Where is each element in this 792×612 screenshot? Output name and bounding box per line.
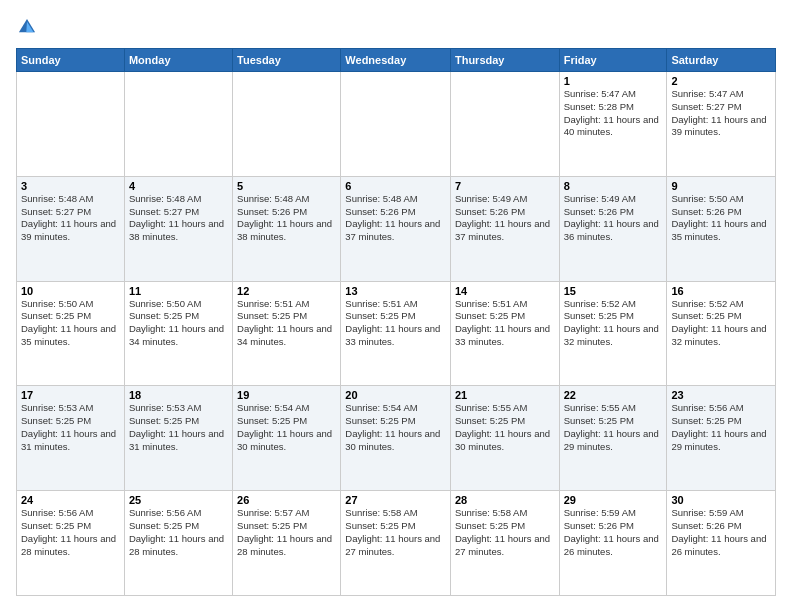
day-info: Sunrise: 5:47 AMSunset: 5:28 PMDaylight:… — [564, 88, 663, 139]
day-number: 30 — [671, 494, 771, 506]
day-info: Sunrise: 5:55 AMSunset: 5:25 PMDaylight:… — [564, 402, 663, 453]
day-number: 7 — [455, 180, 555, 192]
calendar-cell: 29Sunrise: 5:59 AMSunset: 5:26 PMDayligh… — [559, 491, 667, 596]
calendar-week-row: 17Sunrise: 5:53 AMSunset: 5:25 PMDayligh… — [17, 386, 776, 491]
calendar-cell: 15Sunrise: 5:52 AMSunset: 5:25 PMDayligh… — [559, 281, 667, 386]
day-info: Sunrise: 5:56 AMSunset: 5:25 PMDaylight:… — [129, 507, 228, 558]
calendar-cell — [341, 72, 451, 177]
calendar-cell: 5Sunrise: 5:48 AMSunset: 5:26 PMDaylight… — [233, 176, 341, 281]
calendar-cell: 27Sunrise: 5:58 AMSunset: 5:25 PMDayligh… — [341, 491, 451, 596]
day-info: Sunrise: 5:55 AMSunset: 5:25 PMDaylight:… — [455, 402, 555, 453]
day-number: 1 — [564, 75, 663, 87]
calendar-cell: 21Sunrise: 5:55 AMSunset: 5:25 PMDayligh… — [450, 386, 559, 491]
day-info: Sunrise: 5:53 AMSunset: 5:25 PMDaylight:… — [21, 402, 120, 453]
calendar-cell: 1Sunrise: 5:47 AMSunset: 5:28 PMDaylight… — [559, 72, 667, 177]
page: SundayMondayTuesdayWednesdayThursdayFrid… — [0, 0, 792, 612]
calendar-cell: 13Sunrise: 5:51 AMSunset: 5:25 PMDayligh… — [341, 281, 451, 386]
calendar-cell: 23Sunrise: 5:56 AMSunset: 5:25 PMDayligh… — [667, 386, 776, 491]
day-info: Sunrise: 5:53 AMSunset: 5:25 PMDaylight:… — [129, 402, 228, 453]
day-number: 16 — [671, 285, 771, 297]
calendar-cell: 20Sunrise: 5:54 AMSunset: 5:25 PMDayligh… — [341, 386, 451, 491]
day-number: 12 — [237, 285, 336, 297]
day-info: Sunrise: 5:56 AMSunset: 5:25 PMDaylight:… — [21, 507, 120, 558]
day-info: Sunrise: 5:48 AMSunset: 5:26 PMDaylight:… — [237, 193, 336, 244]
day-number: 2 — [671, 75, 771, 87]
calendar-header-tuesday: Tuesday — [233, 49, 341, 72]
calendar-header-sunday: Sunday — [17, 49, 125, 72]
calendar-week-row: 24Sunrise: 5:56 AMSunset: 5:25 PMDayligh… — [17, 491, 776, 596]
calendar-cell: 28Sunrise: 5:58 AMSunset: 5:25 PMDayligh… — [450, 491, 559, 596]
calendar-header-wednesday: Wednesday — [341, 49, 451, 72]
day-info: Sunrise: 5:48 AMSunset: 5:26 PMDaylight:… — [345, 193, 446, 244]
day-info: Sunrise: 5:48 AMSunset: 5:27 PMDaylight:… — [129, 193, 228, 244]
calendar-header-monday: Monday — [124, 49, 232, 72]
calendar-cell: 11Sunrise: 5:50 AMSunset: 5:25 PMDayligh… — [124, 281, 232, 386]
day-info: Sunrise: 5:48 AMSunset: 5:27 PMDaylight:… — [21, 193, 120, 244]
day-number: 9 — [671, 180, 771, 192]
calendar-header-row: SundayMondayTuesdayWednesdayThursdayFrid… — [17, 49, 776, 72]
calendar-cell — [233, 72, 341, 177]
calendar-header-friday: Friday — [559, 49, 667, 72]
day-number: 14 — [455, 285, 555, 297]
day-info: Sunrise: 5:52 AMSunset: 5:25 PMDaylight:… — [564, 298, 663, 349]
day-info: Sunrise: 5:59 AMSunset: 5:26 PMDaylight:… — [671, 507, 771, 558]
day-info: Sunrise: 5:54 AMSunset: 5:25 PMDaylight:… — [237, 402, 336, 453]
calendar-cell — [17, 72, 125, 177]
day-info: Sunrise: 5:59 AMSunset: 5:26 PMDaylight:… — [564, 507, 663, 558]
calendar-week-row: 1Sunrise: 5:47 AMSunset: 5:28 PMDaylight… — [17, 72, 776, 177]
day-number: 22 — [564, 389, 663, 401]
day-number: 24 — [21, 494, 120, 506]
svg-marker-1 — [26, 22, 33, 32]
day-info: Sunrise: 5:50 AMSunset: 5:25 PMDaylight:… — [21, 298, 120, 349]
day-info: Sunrise: 5:52 AMSunset: 5:25 PMDaylight:… — [671, 298, 771, 349]
calendar-cell: 14Sunrise: 5:51 AMSunset: 5:25 PMDayligh… — [450, 281, 559, 386]
day-info: Sunrise: 5:58 AMSunset: 5:25 PMDaylight:… — [455, 507, 555, 558]
day-number: 18 — [129, 389, 228, 401]
day-info: Sunrise: 5:51 AMSunset: 5:25 PMDaylight:… — [455, 298, 555, 349]
calendar-header-saturday: Saturday — [667, 49, 776, 72]
header — [16, 16, 776, 38]
day-number: 28 — [455, 494, 555, 506]
day-number: 4 — [129, 180, 228, 192]
day-info: Sunrise: 5:51 AMSunset: 5:25 PMDaylight:… — [237, 298, 336, 349]
day-number: 26 — [237, 494, 336, 506]
calendar-cell: 10Sunrise: 5:50 AMSunset: 5:25 PMDayligh… — [17, 281, 125, 386]
calendar-cell: 8Sunrise: 5:49 AMSunset: 5:26 PMDaylight… — [559, 176, 667, 281]
calendar-cell: 16Sunrise: 5:52 AMSunset: 5:25 PMDayligh… — [667, 281, 776, 386]
day-info: Sunrise: 5:50 AMSunset: 5:25 PMDaylight:… — [129, 298, 228, 349]
day-number: 5 — [237, 180, 336, 192]
day-info: Sunrise: 5:58 AMSunset: 5:25 PMDaylight:… — [345, 507, 446, 558]
day-info: Sunrise: 5:51 AMSunset: 5:25 PMDaylight:… — [345, 298, 446, 349]
day-number: 19 — [237, 389, 336, 401]
calendar-cell: 2Sunrise: 5:47 AMSunset: 5:27 PMDaylight… — [667, 72, 776, 177]
day-info: Sunrise: 5:50 AMSunset: 5:26 PMDaylight:… — [671, 193, 771, 244]
calendar-cell: 25Sunrise: 5:56 AMSunset: 5:25 PMDayligh… — [124, 491, 232, 596]
day-number: 11 — [129, 285, 228, 297]
calendar-cell: 26Sunrise: 5:57 AMSunset: 5:25 PMDayligh… — [233, 491, 341, 596]
calendar-cell: 30Sunrise: 5:59 AMSunset: 5:26 PMDayligh… — [667, 491, 776, 596]
day-number: 21 — [455, 389, 555, 401]
day-number: 29 — [564, 494, 663, 506]
day-number: 13 — [345, 285, 446, 297]
calendar-week-row: 3Sunrise: 5:48 AMSunset: 5:27 PMDaylight… — [17, 176, 776, 281]
logo-icon — [16, 16, 38, 38]
day-info: Sunrise: 5:56 AMSunset: 5:25 PMDaylight:… — [671, 402, 771, 453]
day-number: 20 — [345, 389, 446, 401]
day-number: 10 — [21, 285, 120, 297]
day-number: 8 — [564, 180, 663, 192]
day-number: 17 — [21, 389, 120, 401]
day-number: 27 — [345, 494, 446, 506]
calendar-header-thursday: Thursday — [450, 49, 559, 72]
day-info: Sunrise: 5:54 AMSunset: 5:25 PMDaylight:… — [345, 402, 446, 453]
calendar-cell: 9Sunrise: 5:50 AMSunset: 5:26 PMDaylight… — [667, 176, 776, 281]
calendar-cell: 4Sunrise: 5:48 AMSunset: 5:27 PMDaylight… — [124, 176, 232, 281]
calendar-cell: 18Sunrise: 5:53 AMSunset: 5:25 PMDayligh… — [124, 386, 232, 491]
logo — [16, 16, 40, 38]
calendar-cell — [124, 72, 232, 177]
day-info: Sunrise: 5:49 AMSunset: 5:26 PMDaylight:… — [564, 193, 663, 244]
day-number: 15 — [564, 285, 663, 297]
day-number: 6 — [345, 180, 446, 192]
calendar-cell: 6Sunrise: 5:48 AMSunset: 5:26 PMDaylight… — [341, 176, 451, 281]
calendar-cell: 7Sunrise: 5:49 AMSunset: 5:26 PMDaylight… — [450, 176, 559, 281]
calendar-cell: 24Sunrise: 5:56 AMSunset: 5:25 PMDayligh… — [17, 491, 125, 596]
